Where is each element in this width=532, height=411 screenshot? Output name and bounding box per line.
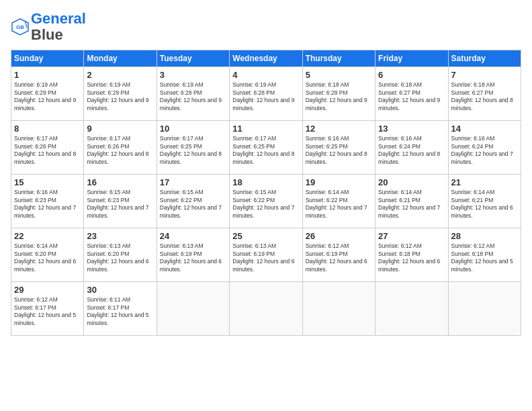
day-cell: 25 Sunrise: 6:13 AM Sunset: 6:19 PM Dayl… [230, 228, 302, 282]
calendar: SundayMondayTuesdayWednesdayThursdayFrid… [11, 50, 521, 336]
day-cell: 29 Sunrise: 6:12 AM Sunset: 6:17 PM Dayl… [11, 282, 84, 336]
day-cell: 14 Sunrise: 6:16 AM Sunset: 6:24 PM Dayl… [448, 121, 521, 175]
day-cell: 23 Sunrise: 6:13 AM Sunset: 6:20 PM Dayl… [84, 228, 157, 282]
week-row-1: 1 Sunrise: 6:19 AM Sunset: 6:29 PM Dayli… [11, 67, 521, 121]
day-cell: 5 Sunrise: 6:18 AM Sunset: 6:28 PM Dayli… [302, 67, 375, 121]
day-number: 14 [451, 124, 518, 134]
day-cell: 17 Sunrise: 6:15 AM Sunset: 6:22 PM Dayl… [157, 175, 229, 228]
day-info: Sunrise: 6:13 AM Sunset: 6:19 PM Dayligh… [232, 242, 299, 273]
logo-text: GeneralBlue [31, 11, 86, 43]
day-cell: 16 Sunrise: 6:15 AM Sunset: 6:23 PM Dayl… [84, 175, 157, 228]
day-cell: 15 Sunrise: 6:16 AM Sunset: 6:23 PM Dayl… [11, 175, 84, 228]
day-number: 13 [378, 124, 445, 134]
day-number: 7 [451, 70, 518, 80]
weekday-header-sunday: Sunday [11, 50, 84, 67]
day-info: Sunrise: 6:14 AM Sunset: 6:21 PM Dayligh… [451, 189, 518, 220]
day-cell: 30 Sunrise: 6:11 AM Sunset: 6:17 PM Dayl… [84, 282, 157, 336]
day-cell [157, 282, 229, 336]
day-number: 4 [232, 70, 299, 80]
weekday-header-saturday: Saturday [448, 50, 521, 67]
day-cell: 11 Sunrise: 6:17 AM Sunset: 6:25 PM Dayl… [230, 121, 302, 175]
day-number: 28 [451, 231, 518, 241]
day-cell: 1 Sunrise: 6:19 AM Sunset: 6:29 PM Dayli… [11, 67, 84, 121]
day-cell: 9 Sunrise: 6:17 AM Sunset: 6:26 PM Dayli… [84, 121, 157, 175]
day-number: 10 [160, 124, 226, 134]
day-number: 26 [306, 231, 372, 241]
day-cell [230, 282, 302, 336]
day-cell: 4 Sunrise: 6:19 AM Sunset: 6:28 PM Dayli… [230, 67, 302, 121]
day-info: Sunrise: 6:16 AM Sunset: 6:24 PM Dayligh… [378, 135, 445, 166]
day-info: Sunrise: 6:14 AM Sunset: 6:21 PM Dayligh… [378, 189, 445, 220]
day-info: Sunrise: 6:12 AM Sunset: 6:19 PM Dayligh… [306, 242, 372, 273]
day-info: Sunrise: 6:15 AM Sunset: 6:23 PM Dayligh… [87, 189, 153, 220]
day-number: 5 [306, 70, 372, 80]
day-info: Sunrise: 6:17 AM Sunset: 6:26 PM Dayligh… [87, 135, 153, 166]
day-info: Sunrise: 6:12 AM Sunset: 6:18 PM Dayligh… [451, 242, 518, 273]
logo-icon: GB [11, 17, 30, 36]
day-number: 20 [378, 177, 445, 187]
day-number: 17 [160, 177, 226, 187]
day-info: Sunrise: 6:19 AM Sunset: 6:28 PM Dayligh… [232, 81, 299, 112]
day-number: 23 [87, 231, 153, 241]
day-number: 21 [451, 177, 518, 187]
day-number: 1 [14, 70, 81, 80]
day-info: Sunrise: 6:14 AM Sunset: 6:20 PM Dayligh… [14, 242, 81, 273]
day-cell: 6 Sunrise: 6:18 AM Sunset: 6:27 PM Dayli… [375, 67, 448, 121]
day-number: 22 [14, 231, 81, 241]
header: GB GeneralBlue [11, 11, 521, 43]
day-info: Sunrise: 6:11 AM Sunset: 6:17 PM Dayligh… [87, 296, 153, 327]
day-cell: 20 Sunrise: 6:14 AM Sunset: 6:21 PM Dayl… [375, 175, 448, 228]
week-row-4: 22 Sunrise: 6:14 AM Sunset: 6:20 PM Dayl… [11, 228, 521, 282]
day-cell [302, 282, 375, 336]
day-cell: 19 Sunrise: 6:14 AM Sunset: 6:22 PM Dayl… [302, 175, 375, 228]
day-info: Sunrise: 6:14 AM Sunset: 6:22 PM Dayligh… [306, 189, 372, 220]
day-number: 30 [87, 285, 153, 295]
day-info: Sunrise: 6:17 AM Sunset: 6:26 PM Dayligh… [14, 135, 81, 166]
weekday-header-thursday: Thursday [302, 50, 375, 67]
day-info: Sunrise: 6:16 AM Sunset: 6:24 PM Dayligh… [451, 135, 518, 166]
day-number: 8 [14, 124, 81, 134]
day-number: 2 [87, 70, 153, 80]
day-number: 27 [378, 231, 445, 241]
day-cell: 3 Sunrise: 6:19 AM Sunset: 6:28 PM Dayli… [157, 67, 229, 121]
day-number: 24 [160, 231, 226, 241]
day-cell: 8 Sunrise: 6:17 AM Sunset: 6:26 PM Dayli… [11, 121, 84, 175]
day-info: Sunrise: 6:18 AM Sunset: 6:27 PM Dayligh… [451, 81, 518, 112]
day-info: Sunrise: 6:19 AM Sunset: 6:29 PM Dayligh… [87, 81, 153, 112]
day-info: Sunrise: 6:16 AM Sunset: 6:23 PM Dayligh… [14, 189, 81, 220]
day-info: Sunrise: 6:13 AM Sunset: 6:19 PM Dayligh… [160, 242, 226, 273]
weekday-header-friday: Friday [375, 50, 448, 67]
day-info: Sunrise: 6:18 AM Sunset: 6:27 PM Dayligh… [378, 81, 445, 112]
day-info: Sunrise: 6:12 AM Sunset: 6:17 PM Dayligh… [14, 296, 81, 327]
day-number: 16 [87, 177, 153, 187]
day-info: Sunrise: 6:12 AM Sunset: 6:18 PM Dayligh… [378, 242, 445, 273]
week-row-5: 29 Sunrise: 6:12 AM Sunset: 6:17 PM Dayl… [11, 282, 521, 336]
day-cell: 12 Sunrise: 6:16 AM Sunset: 6:25 PM Dayl… [302, 121, 375, 175]
day-cell: 18 Sunrise: 6:15 AM Sunset: 6:22 PM Dayl… [230, 175, 302, 228]
day-cell [375, 282, 448, 336]
week-row-2: 8 Sunrise: 6:17 AM Sunset: 6:26 PM Dayli… [11, 121, 521, 175]
day-info: Sunrise: 6:15 AM Sunset: 6:22 PM Dayligh… [160, 189, 226, 220]
day-number: 12 [306, 124, 372, 134]
day-cell: 22 Sunrise: 6:14 AM Sunset: 6:20 PM Dayl… [11, 228, 84, 282]
day-cell: 27 Sunrise: 6:12 AM Sunset: 6:18 PM Dayl… [375, 228, 448, 282]
day-number: 3 [160, 70, 226, 80]
day-cell: 10 Sunrise: 6:17 AM Sunset: 6:25 PM Dayl… [157, 121, 229, 175]
day-info: Sunrise: 6:15 AM Sunset: 6:22 PM Dayligh… [232, 189, 299, 220]
day-info: Sunrise: 6:17 AM Sunset: 6:25 PM Dayligh… [160, 135, 226, 166]
day-cell: 21 Sunrise: 6:14 AM Sunset: 6:21 PM Dayl… [448, 175, 521, 228]
day-info: Sunrise: 6:17 AM Sunset: 6:25 PM Dayligh… [232, 135, 299, 166]
page: GB GeneralBlue SundayMondayTuesdayWednes… [0, 0, 532, 411]
day-number: 15 [14, 177, 81, 187]
day-cell: 7 Sunrise: 6:18 AM Sunset: 6:27 PM Dayli… [448, 67, 521, 121]
day-number: 25 [232, 231, 299, 241]
day-cell: 13 Sunrise: 6:16 AM Sunset: 6:24 PM Dayl… [375, 121, 448, 175]
svg-text:GB: GB [16, 24, 24, 30]
weekday-header-wednesday: Wednesday [230, 50, 302, 67]
day-number: 6 [378, 70, 445, 80]
week-row-3: 15 Sunrise: 6:16 AM Sunset: 6:23 PM Dayl… [11, 175, 521, 228]
day-number: 29 [14, 285, 81, 295]
weekday-header-row: SundayMondayTuesdayWednesdayThursdayFrid… [11, 50, 521, 67]
day-cell: 2 Sunrise: 6:19 AM Sunset: 6:29 PM Dayli… [84, 67, 157, 121]
day-cell: 28 Sunrise: 6:12 AM Sunset: 6:18 PM Dayl… [448, 228, 521, 282]
